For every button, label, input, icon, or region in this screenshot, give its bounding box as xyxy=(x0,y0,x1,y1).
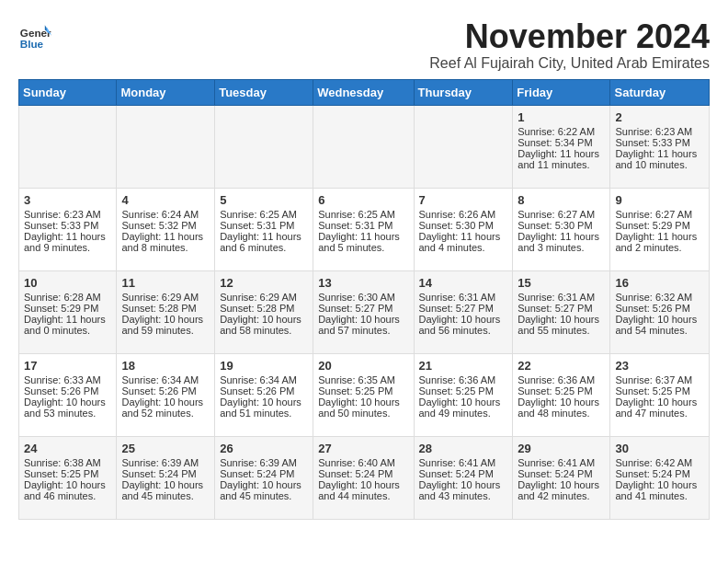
day-number: 25 xyxy=(121,442,210,455)
header-cell-friday: Friday xyxy=(513,79,610,105)
day-info: Sunrise: 6:42 AM xyxy=(615,457,704,468)
day-cell: 22Sunrise: 6:36 AMSunset: 5:25 PMDayligh… xyxy=(513,353,610,436)
day-cell: 13Sunrise: 6:30 AMSunset: 5:27 PMDayligh… xyxy=(313,270,414,353)
day-cell: 14Sunrise: 6:31 AMSunset: 5:27 PMDayligh… xyxy=(414,270,513,353)
day-info: Daylight: 11 hours and 8 minutes. xyxy=(121,231,210,253)
month-title: November 2024 xyxy=(429,18,710,55)
day-info: Sunrise: 6:25 AM xyxy=(220,209,308,220)
day-cell: 20Sunrise: 6:35 AMSunset: 5:25 PMDayligh… xyxy=(313,353,414,436)
day-number: 27 xyxy=(318,442,408,455)
day-cell: 17Sunrise: 6:33 AMSunset: 5:26 PMDayligh… xyxy=(19,353,117,436)
day-info: Sunset: 5:29 PM xyxy=(24,303,111,314)
day-info: Daylight: 10 hours and 55 minutes. xyxy=(518,314,605,336)
day-info: Daylight: 11 hours and 2 minutes. xyxy=(615,231,704,253)
day-number: 5 xyxy=(220,193,308,207)
logo-icon: General Blue xyxy=(18,18,51,52)
day-cell: 5Sunrise: 6:25 AMSunset: 5:31 PMDaylight… xyxy=(215,188,313,270)
day-info: Sunrise: 6:29 AM xyxy=(220,292,308,303)
header-cell-monday: Monday xyxy=(117,79,215,105)
day-number: 6 xyxy=(318,193,408,207)
day-cell: 11Sunrise: 6:29 AMSunset: 5:28 PMDayligh… xyxy=(117,270,215,353)
header-cell-saturday: Saturday xyxy=(610,79,710,105)
day-cell: 24Sunrise: 6:38 AMSunset: 5:25 PMDayligh… xyxy=(19,436,117,519)
page-container: General Blue November 2024 Reef Al Fujai… xyxy=(18,18,710,520)
day-info: Sunset: 5:26 PM xyxy=(220,385,308,396)
day-info: Sunrise: 6:29 AM xyxy=(121,292,210,303)
day-info: Sunrise: 6:39 AM xyxy=(220,457,308,468)
day-info: Sunrise: 6:36 AM xyxy=(518,374,605,385)
day-info: Sunset: 5:25 PM xyxy=(419,385,508,396)
day-cell: 30Sunrise: 6:42 AMSunset: 5:24 PMDayligh… xyxy=(610,436,710,519)
day-info: Sunset: 5:25 PM xyxy=(24,468,111,479)
day-cell: 12Sunrise: 6:29 AMSunset: 5:28 PMDayligh… xyxy=(215,270,313,353)
header: General Blue November 2024 Reef Al Fujai… xyxy=(18,18,710,72)
day-info: Sunrise: 6:31 AM xyxy=(419,292,508,303)
day-info: Daylight: 10 hours and 42 minutes. xyxy=(518,479,605,501)
day-cell: 18Sunrise: 6:34 AMSunset: 5:26 PMDayligh… xyxy=(117,353,215,436)
day-info: Sunrise: 6:32 AM xyxy=(615,292,704,303)
calendar-body: 1Sunrise: 6:22 AMSunset: 5:34 PMDaylight… xyxy=(19,105,710,519)
day-info: Sunset: 5:27 PM xyxy=(518,303,605,314)
day-info: Daylight: 10 hours and 44 minutes. xyxy=(318,479,408,501)
day-info: Daylight: 11 hours and 0 minutes. xyxy=(24,314,111,336)
day-cell xyxy=(19,105,117,188)
day-info: Daylight: 10 hours and 45 minutes. xyxy=(220,479,308,501)
day-info: Sunrise: 6:41 AM xyxy=(518,457,605,468)
day-info: Sunrise: 6:23 AM xyxy=(615,126,704,137)
day-info: Sunrise: 6:41 AM xyxy=(419,457,508,468)
day-info: Sunrise: 6:30 AM xyxy=(318,292,408,303)
day-info: Daylight: 10 hours and 57 minutes. xyxy=(318,314,408,336)
day-info: Sunrise: 6:34 AM xyxy=(121,374,210,385)
subtitle: Reef Al Fujairah City, United Arab Emira… xyxy=(429,55,710,72)
day-info: Daylight: 11 hours and 4 minutes. xyxy=(419,231,508,253)
day-info: Daylight: 10 hours and 46 minutes. xyxy=(24,479,111,501)
day-number: 3 xyxy=(24,193,111,207)
day-info: Daylight: 11 hours and 6 minutes. xyxy=(220,231,308,253)
week-row-1: 1Sunrise: 6:22 AMSunset: 5:34 PMDaylight… xyxy=(19,105,710,188)
header-cell-wednesday: Wednesday xyxy=(313,79,414,105)
day-cell: 8Sunrise: 6:27 AMSunset: 5:30 PMDaylight… xyxy=(513,188,610,270)
day-info: Sunrise: 6:26 AM xyxy=(419,209,508,220)
day-number: 29 xyxy=(518,442,605,455)
day-info: Sunset: 5:25 PM xyxy=(615,385,704,396)
day-info: Sunrise: 6:23 AM xyxy=(24,209,111,220)
day-cell: 21Sunrise: 6:36 AMSunset: 5:25 PMDayligh… xyxy=(414,353,513,436)
header-cell-tuesday: Tuesday xyxy=(215,79,313,105)
day-info: Sunrise: 6:22 AM xyxy=(518,126,605,137)
day-number: 8 xyxy=(518,193,605,207)
day-info: Sunrise: 6:35 AM xyxy=(318,374,408,385)
day-cell: 29Sunrise: 6:41 AMSunset: 5:24 PMDayligh… xyxy=(513,436,610,519)
week-row-5: 24Sunrise: 6:38 AMSunset: 5:25 PMDayligh… xyxy=(19,436,710,519)
day-number: 23 xyxy=(615,359,704,373)
day-number: 11 xyxy=(121,276,210,290)
day-cell xyxy=(215,105,313,188)
day-cell: 23Sunrise: 6:37 AMSunset: 5:25 PMDayligh… xyxy=(610,353,710,436)
calendar-table: SundayMondayTuesdayWednesdayThursdayFrid… xyxy=(18,79,710,520)
day-info: Daylight: 10 hours and 58 minutes. xyxy=(220,314,308,336)
day-info: Daylight: 11 hours and 11 minutes. xyxy=(518,148,605,170)
day-cell: 1Sunrise: 6:22 AMSunset: 5:34 PMDaylight… xyxy=(513,105,610,188)
day-cell: 4Sunrise: 6:24 AMSunset: 5:32 PMDaylight… xyxy=(117,188,215,270)
day-info: Daylight: 10 hours and 48 minutes. xyxy=(518,396,605,419)
day-info: Sunset: 5:26 PM xyxy=(24,385,111,396)
day-number: 30 xyxy=(615,442,704,455)
header-cell-sunday: Sunday xyxy=(19,79,117,105)
day-cell: 9Sunrise: 6:27 AMSunset: 5:29 PMDaylight… xyxy=(610,188,710,270)
day-number: 17 xyxy=(24,359,111,373)
day-cell: 15Sunrise: 6:31 AMSunset: 5:27 PMDayligh… xyxy=(513,270,610,353)
day-info: Daylight: 10 hours and 52 minutes. xyxy=(121,396,210,419)
day-number: 10 xyxy=(24,276,111,290)
day-info: Sunrise: 6:24 AM xyxy=(121,209,210,220)
day-info: Sunrise: 6:39 AM xyxy=(121,457,210,468)
day-info: Sunset: 5:24 PM xyxy=(220,468,308,479)
day-info: Sunset: 5:33 PM xyxy=(24,220,111,231)
day-info: Daylight: 10 hours and 56 minutes. xyxy=(419,314,508,336)
day-info: Sunrise: 6:28 AM xyxy=(24,292,111,303)
day-cell: 16Sunrise: 6:32 AMSunset: 5:26 PMDayligh… xyxy=(610,270,710,353)
day-info: Sunset: 5:33 PM xyxy=(615,137,704,148)
day-number: 4 xyxy=(121,193,210,207)
day-number: 26 xyxy=(220,442,308,455)
day-info: Daylight: 10 hours and 50 minutes. xyxy=(318,396,408,419)
day-number: 15 xyxy=(518,276,605,290)
day-cell: 28Sunrise: 6:41 AMSunset: 5:24 PMDayligh… xyxy=(414,436,513,519)
